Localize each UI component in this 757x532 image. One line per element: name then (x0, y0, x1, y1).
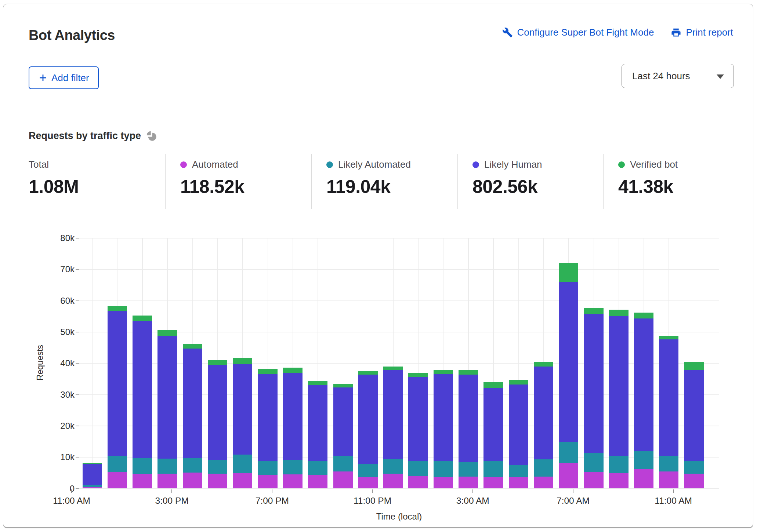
bar-segment-likely-human (634, 318, 653, 451)
bar-segment-likely-human (208, 365, 227, 460)
y-tick-label: 10k (41, 452, 75, 462)
pie-chart-icon (146, 131, 157, 142)
bar-segment-automated (383, 474, 403, 488)
verified-bot-legend-dot (618, 161, 625, 168)
gridline-y (79, 332, 719, 333)
bar-segment-likely-automated (83, 485, 102, 487)
x-tick-label: 11:00 PM (332, 496, 413, 506)
bar-segment-verified-bot (684, 362, 704, 370)
gridline-x (443, 238, 444, 488)
bar-segment-verified-bot (584, 308, 604, 314)
gridline-x (644, 238, 644, 488)
traffic-type-stats: Total 1.08M Automated 118.52k Likely Aut… (29, 154, 733, 209)
stat-total-label: Total (29, 159, 49, 170)
stat-likely-human-label: Likely Human (484, 159, 542, 170)
likely-automated-legend-dot (326, 161, 333, 168)
bar-segment-verified-bot (634, 313, 653, 318)
bar-segment-likely-automated (157, 459, 177, 474)
x-tick-label: 7:00 PM (232, 496, 312, 506)
print-link-label: Print report (686, 27, 733, 38)
gridline-x (142, 238, 143, 488)
bar-segment-likely-automated (358, 464, 378, 477)
bar-segment-likely-human (584, 314, 604, 453)
stat-automated-label: Automated (192, 159, 238, 170)
bar-segment-likely-automated (559, 442, 578, 463)
gridline-x (167, 238, 168, 488)
gridline-x (594, 238, 594, 488)
bar-segment-automated (408, 476, 428, 488)
gridline-y (79, 426, 719, 426)
bar-segment-likely-automated (308, 461, 327, 475)
bar-segment-likely-human (434, 374, 453, 460)
bar-segment-verified-bot (358, 371, 378, 375)
stat-likely-human-value: 802.56k (472, 176, 603, 197)
bar-segment-likely-human (659, 339, 678, 456)
x-axis-line (72, 489, 719, 489)
add-filter-button[interactable]: Add filter (29, 66, 99, 89)
gridline-x (117, 238, 118, 488)
stat-likely-automated-label: Likely Automated (338, 159, 411, 170)
bar-segment-automated (509, 477, 528, 489)
gridline-y (79, 488, 719, 489)
gridline-x (92, 238, 93, 488)
bar-segment-automated (659, 471, 678, 489)
bar-segment-likely-human (333, 387, 353, 456)
bar-segment-likely-human (483, 388, 503, 461)
print-report-link[interactable]: Print report (671, 27, 733, 38)
stat-verified-bot-value: 41.38k (618, 176, 733, 197)
time-range-value: Last 24 hours (632, 70, 690, 82)
y-tick-label: 80k (41, 233, 75, 243)
bar-segment-likely-human (258, 374, 278, 460)
bar-segment-verified-bot (333, 384, 353, 387)
bar-segment-automated (258, 475, 278, 489)
bar-segment-likely-human (609, 316, 629, 456)
printer-icon (671, 27, 681, 38)
gridline-y (79, 394, 719, 395)
y-tick-label: 20k (41, 421, 75, 431)
bar-segment-verified-bot (483, 382, 503, 388)
x-tick (372, 489, 373, 493)
bar-segment-verified-bot (133, 316, 152, 321)
x-tick-label: 3:00 PM (131, 496, 212, 506)
bar-segment-likely-automated (434, 461, 453, 477)
bar-segment-likely-automated (383, 459, 403, 474)
stat-total: Total 1.08M (29, 154, 165, 209)
configure-super-bot-fight-mode-link[interactable]: Configure Super Bot Fight Mode (502, 27, 654, 38)
bar-segment-automated (157, 474, 177, 488)
bar-segment-verified-bot (534, 362, 553, 367)
time-range-dropdown[interactable]: Last 24 hours (622, 64, 734, 88)
bar-segment-automated (534, 477, 553, 489)
gridline-x (694, 238, 695, 488)
bar-segment-likely-human (183, 349, 202, 458)
bar-segment-automated (333, 471, 353, 488)
gridline-x (619, 238, 619, 488)
bar-segment-likely-automated (108, 456, 127, 472)
gridline-y (79, 238, 719, 239)
bar-segment-likely-human (157, 336, 177, 459)
y-tick (76, 488, 79, 489)
gridline-x (192, 238, 193, 488)
gridline-x (518, 238, 519, 488)
y-tick-label: 70k (41, 264, 75, 274)
gridline-x (669, 238, 669, 488)
x-tick-label: 11:00 AM (31, 496, 112, 506)
bar-segment-verified-bot (559, 263, 578, 282)
bar-segment-automated (308, 475, 327, 489)
y-tick (76, 332, 79, 332)
y-tick-label: 0 (41, 484, 75, 494)
gridline-x (268, 238, 268, 488)
bar-segment-verified-bot (609, 310, 629, 316)
bar-segment-likely-human (108, 311, 127, 456)
y-tick-label: 30k (41, 390, 75, 400)
bar-segment-verified-bot (283, 368, 303, 373)
gridline-x (493, 238, 494, 488)
gridline-y (79, 300, 719, 301)
bar-segment-verified-bot (383, 367, 403, 370)
gridline-x (418, 238, 419, 488)
gridline-x (318, 238, 318, 488)
y-tick (76, 238, 79, 238)
configure-link-label: Configure Super Bot Fight Mode (517, 27, 654, 38)
bar-segment-likely-human (283, 373, 303, 460)
section-title: Requests by traffic type (29, 130, 141, 142)
bar-segment-likely-automated (283, 460, 303, 474)
